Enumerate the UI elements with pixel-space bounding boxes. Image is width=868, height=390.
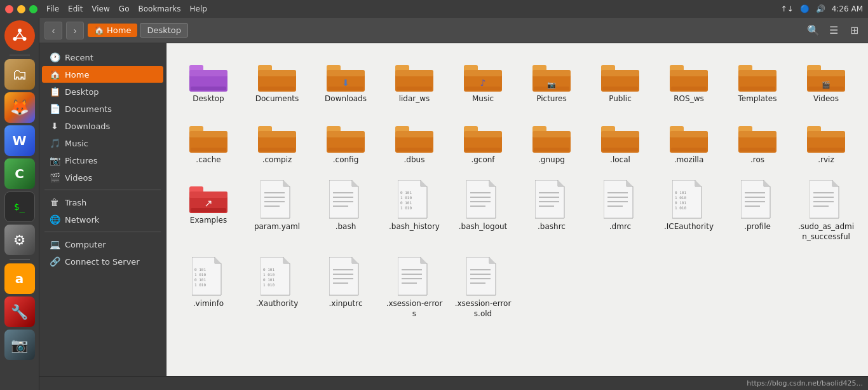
folder-item[interactable]: .dbus <box>383 115 446 171</box>
sidebar-item-computer[interactable]: 💻 Computer <box>42 236 163 253</box>
grid-view-button[interactable]: ⊞ <box>845 22 863 39</box>
sidebar-item-videos[interactable]: 🎬 Videos <box>42 169 163 186</box>
svg-rect-19 <box>397 87 432 90</box>
folder-item[interactable]: Desktop <box>177 53 240 109</box>
svg-rect-59 <box>397 148 432 151</box>
home-breadcrumb[interactable]: 🏠 Home <box>88 24 137 37</box>
launcher-divider-2 <box>10 259 30 260</box>
launcher-settings[interactable]: ⚙ <box>4 225 35 255</box>
file-item[interactable]: .xinputrc <box>314 252 377 324</box>
file-item[interactable]: 0 101 1 010 0 101 1 010 .ICEauthority <box>657 175 721 247</box>
folder-item[interactable]: .local <box>588 115 652 171</box>
folder-item[interactable]: .ros <box>726 115 789 171</box>
file-item[interactable]: .xsession-errors <box>383 252 446 324</box>
file-item[interactable]: .dmrc <box>588 175 652 247</box>
folder-item[interactable]: ⬇Downloads <box>314 53 377 109</box>
file-item[interactable]: 0 101 1 010 0 101 1 010 .Xauthority <box>245 252 309 324</box>
ubuntu-home-button[interactable] <box>4 20 35 51</box>
maximize-button[interactable] <box>29 5 37 13</box>
file-item[interactable]: .xsession-errors.old <box>451 252 515 324</box>
desktop-breadcrumb[interactable]: Desktop <box>140 23 188 38</box>
launcher-terminal[interactable]: $_ <box>4 192 35 222</box>
sidebar-label-downloads: Downloads <box>65 122 110 131</box>
file-item[interactable]: param.yaml <box>245 175 309 247</box>
folder-item[interactable]: ♪Music <box>451 53 515 109</box>
svg-text:1 010: 1 010 <box>675 195 686 200</box>
file-item[interactable]: .bashrc <box>520 175 583 247</box>
sidebar-item-documents[interactable]: 📄 Documents <box>42 101 163 117</box>
file-label: Examples <box>190 216 227 226</box>
file-item[interactable]: .profile <box>726 175 789 247</box>
svg-rect-7 <box>191 87 226 90</box>
sidebar-item-connect[interactable]: 🔗 Connect to Server <box>42 253 163 270</box>
svg-marker-96 <box>352 180 358 186</box>
file-label: .xsession-errors.old <box>454 299 512 319</box>
menu-view[interactable]: View <box>92 4 109 13</box>
file-item[interactable]: 0 101 1 010 0 101 1 010 .bash_history <box>383 175 446 247</box>
sidebar-item-home[interactable]: 🏠 Home <box>42 66 163 83</box>
folder-item[interactable]: lidar_ws <box>383 53 446 109</box>
file-item[interactable]: .bash_logout <box>451 175 515 247</box>
folder-item[interactable]: Templates <box>726 53 789 109</box>
folder-item[interactable]: .gconf <box>451 115 515 171</box>
sidebar-item-recent[interactable]: 🕐 Recent <box>42 49 163 66</box>
folder-item[interactable]: ↗Examples <box>177 175 240 247</box>
menu-help[interactable]: Help <box>190 4 207 13</box>
launcher-writer[interactable]: W <box>4 125 35 156</box>
launcher-firefox[interactable]: 🦊 <box>4 92 35 123</box>
folder-item[interactable]: .mozilla <box>657 115 721 171</box>
back-button[interactable]: ‹ <box>44 22 62 39</box>
menu-file[interactable]: File <box>46 4 59 13</box>
svg-marker-156 <box>352 257 358 263</box>
folder-item[interactable]: .rviz <box>794 115 858 171</box>
file-label: .bashrc <box>538 222 566 232</box>
svg-marker-162 <box>421 257 427 263</box>
launcher-files[interactable]: 🗂 <box>4 59 35 90</box>
file-item[interactable]: 0 101 1 010 0 101 1 010 .viminfo <box>177 252 240 324</box>
svg-marker-138 <box>832 180 839 186</box>
sidebar-item-downloads[interactable]: ⬇ Downloads <box>42 118 163 134</box>
sidebar-item-network[interactable]: 🌐 Network <box>42 211 163 228</box>
network-icon: ↑↓ <box>781 4 794 13</box>
sidebar-item-desktop[interactable]: 📋 Desktop <box>42 83 163 100</box>
file-label: .bash <box>336 222 356 232</box>
svg-rect-54 <box>327 131 365 137</box>
ubuntu-logo <box>4 20 35 51</box>
launcher-calc[interactable]: C <box>4 158 35 189</box>
sidebar-item-pictures[interactable]: 📷 Pictures <box>42 152 163 169</box>
sidebar-item-music[interactable]: 🎵 Music <box>42 135 163 151</box>
file-item[interactable]: .bash <box>314 175 377 247</box>
file-label: .rviz <box>818 155 834 165</box>
sidebar-label-computer: Computer <box>65 240 106 249</box>
search-button[interactable]: 🔍 <box>804 22 822 39</box>
menu-go[interactable]: Go <box>119 4 130 13</box>
svg-text:↗: ↗ <box>204 197 212 209</box>
close-button[interactable] <box>5 5 13 13</box>
svg-text:0 101: 0 101 <box>263 267 275 272</box>
menu-edit[interactable]: Edit <box>68 4 83 13</box>
folder-item[interactable]: Documents <box>245 53 309 109</box>
sidebar-item-trash[interactable]: 🗑 Trash <box>42 194 163 211</box>
svg-rect-46 <box>189 131 227 137</box>
file-item[interactable]: .sudo_as_admin_successful <box>794 175 858 247</box>
folder-item[interactable]: .cache <box>177 115 240 171</box>
folder-item[interactable]: 📷Pictures <box>520 53 583 109</box>
folder-item[interactable]: .gnupg <box>520 115 583 171</box>
svg-rect-67 <box>534 148 569 151</box>
forward-button[interactable]: › <box>66 22 84 39</box>
folder-item[interactable]: .config <box>314 115 377 171</box>
folder-item[interactable]: Public <box>588 53 652 109</box>
file-label: .Xauthority <box>256 299 299 309</box>
launcher-amazon[interactable]: a <box>4 263 35 294</box>
toolbar-actions: 🔍 ☰ ⊞ <box>804 22 863 39</box>
folder-item[interactable]: 🎬Videos <box>794 53 858 109</box>
launcher-webcam[interactable]: 📷 <box>4 330 35 360</box>
list-view-button[interactable]: ☰ <box>825 22 843 39</box>
svg-text:1 010: 1 010 <box>263 282 275 287</box>
folder-item[interactable]: .compiz <box>245 115 309 171</box>
menu-bookmarks[interactable]: Bookmarks <box>138 4 180 13</box>
launcher-synaptic[interactable]: 🔧 <box>4 296 35 327</box>
sidebar-label-trash: Trash <box>65 198 86 207</box>
minimize-button[interactable] <box>17 5 25 13</box>
folder-item[interactable]: ROS_ws <box>657 53 721 109</box>
